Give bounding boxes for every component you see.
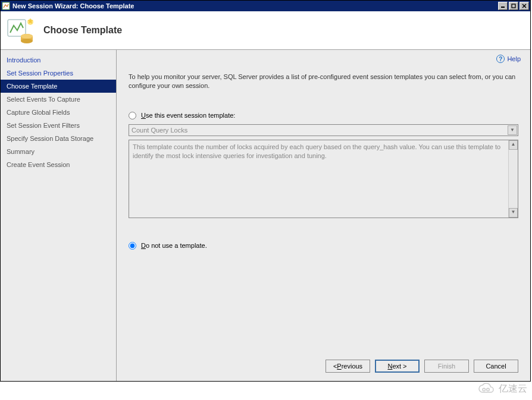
help-icon: ? xyxy=(496,55,505,63)
sidebar-item-label: Create Event Session xyxy=(7,161,70,168)
previous-button[interactable]: < Previous xyxy=(326,360,370,373)
help-label: Help xyxy=(507,55,521,62)
scrollbar[interactable]: ▲ ▼ xyxy=(508,140,518,218)
watermark: 亿速云 xyxy=(477,382,527,395)
radio-use-template[interactable] xyxy=(129,112,136,119)
intro-text: To help you monitor your server, SQL Ser… xyxy=(129,73,518,90)
finish-button: Finish xyxy=(424,360,469,373)
sidebar-item-label: Summary xyxy=(7,148,35,155)
sidebar-item-label: Capture Global Fields xyxy=(7,109,70,116)
window-title: New Session Wizard: Choose Template xyxy=(12,2,497,10)
watermark-text: 亿速云 xyxy=(499,383,527,395)
main-pane: ? Help To help you monitor your server, … xyxy=(117,50,530,381)
sidebar-item-data-storage: Specify Session Data Storage xyxy=(1,132,116,145)
sidebar-item-capture-global-fields: Capture Global Fields xyxy=(1,106,116,119)
sidebar-item-label: Choose Template xyxy=(7,83,57,90)
close-button[interactable] xyxy=(520,2,529,10)
sidebar: Introduction Set Session Properties Choo… xyxy=(1,50,117,381)
footer-buttons: < Previous Next > Finish Cancel xyxy=(326,360,518,373)
sidebar-item-label: Specify Session Data Storage xyxy=(7,135,93,142)
app-icon xyxy=(2,2,10,10)
svg-point-12 xyxy=(487,388,490,391)
wizard-icon xyxy=(7,16,35,45)
maximize-button[interactable] xyxy=(509,2,518,10)
svg-point-11 xyxy=(483,388,486,391)
sidebar-item-create-event-session: Create Event Session xyxy=(1,158,116,171)
svg-rect-0 xyxy=(2,2,10,10)
page-title: Choose Template xyxy=(43,25,122,36)
minimize-button[interactable] xyxy=(498,2,508,10)
window-controls xyxy=(497,2,529,10)
sidebar-item-label: Introduction xyxy=(7,56,40,64)
body: Introduction Set Session Properties Choo… xyxy=(1,50,530,381)
scroll-up-icon[interactable]: ▲ xyxy=(509,140,518,150)
sidebar-item-summary: Summary xyxy=(1,145,116,158)
header: Choose Template xyxy=(1,11,530,50)
sidebar-item-choose-template[interactable]: Choose Template xyxy=(1,80,116,93)
chevron-down-icon[interactable]: ▼ xyxy=(508,125,517,135)
sidebar-item-label: Set Session Properties xyxy=(7,70,73,77)
sidebar-item-label: Set Session Event Filters xyxy=(7,122,80,129)
next-button[interactable]: Next > xyxy=(375,360,420,373)
help-link[interactable]: ? Help xyxy=(496,55,521,63)
template-description-text: This template counts the number of locks… xyxy=(133,143,500,159)
titlebar: New Session Wizard: Choose Template xyxy=(1,1,530,11)
svg-point-9 xyxy=(21,34,33,39)
sidebar-item-select-events: Select Events To Capture xyxy=(1,93,116,106)
scroll-down-icon[interactable]: ▼ xyxy=(509,208,518,218)
sidebar-item-introduction[interactable]: Introduction xyxy=(1,53,116,67)
option-no-template[interactable]: Do not use a template. xyxy=(129,242,518,250)
option-use-template-label: Use this event session template: xyxy=(141,112,235,119)
template-select[interactable]: Count Query Locks ▼ xyxy=(129,124,518,136)
sidebar-item-set-session-properties[interactable]: Set Session Properties xyxy=(1,67,116,80)
wizard-window: New Session Wizard: Choose Template xyxy=(0,0,531,382)
sidebar-item-label: Select Events To Capture xyxy=(7,96,80,103)
template-description: This template counts the number of locks… xyxy=(129,140,518,218)
cancel-button[interactable]: Cancel xyxy=(474,360,518,373)
sidebar-item-set-event-filters: Set Session Event Filters xyxy=(1,119,116,132)
option-use-template[interactable]: Use this event session template: xyxy=(129,112,518,119)
watermark-cloud-icon xyxy=(477,382,495,395)
radio-no-template[interactable] xyxy=(129,242,136,250)
option-no-template-label: Do not use a template. xyxy=(141,242,207,249)
svg-point-8 xyxy=(21,39,33,43)
template-select-value: Count Query Locks xyxy=(132,127,187,134)
svg-rect-2 xyxy=(512,4,515,8)
